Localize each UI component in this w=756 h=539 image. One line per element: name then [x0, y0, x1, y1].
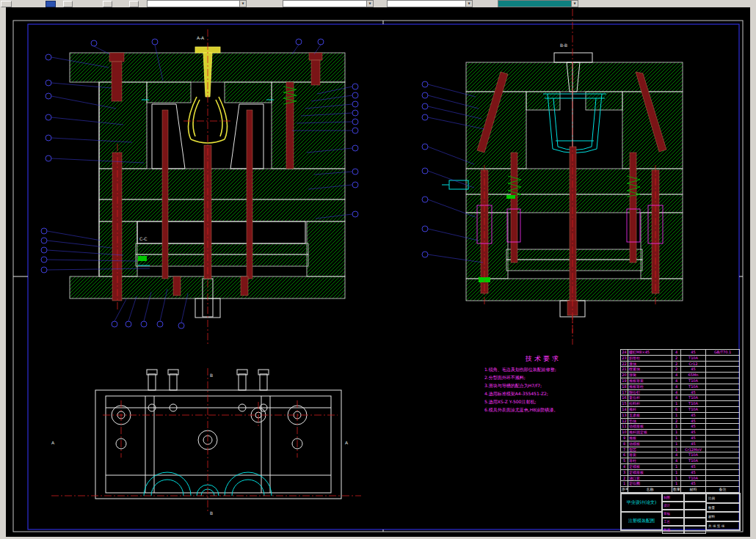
part-name: 推板导套 — [628, 378, 672, 384]
part-name: 滑块 — [628, 361, 672, 367]
part-qty: 1 — [672, 441, 681, 447]
app-icon[interactable] — [46, 1, 56, 7]
part-qty: 1 — [672, 430, 681, 436]
parts-list-row: 14 推杆 6 T10A — [621, 406, 740, 412]
part-no: 19 — [621, 378, 628, 384]
linetype-combo[interactable]: ▼ — [387, 0, 473, 7]
part-note — [706, 463, 740, 469]
sig-blank — [684, 494, 706, 502]
part-note — [706, 418, 740, 424]
part-no: 3 — [621, 469, 628, 475]
parts-list-row: 2 浇口套 1 T10A — [621, 475, 740, 481]
model-space[interactable]: A-A C-C — [6, 7, 750, 537]
section-label-a: A-A — [197, 35, 205, 40]
part-note — [706, 424, 740, 430]
parts-list-row: 12 垫块 2 45 — [621, 418, 740, 424]
part-material: T10A — [681, 355, 706, 361]
chevron-down-icon[interactable]: ▼ — [239, 1, 246, 7]
part-note — [706, 401, 740, 407]
part-qty: 4 — [672, 458, 681, 464]
part-name: 推杆固定板 — [628, 430, 672, 436]
tech-requirement-line: 3.滑块与导槽的配合为H7/f7; — [484, 381, 602, 389]
part-qty: 4 — [672, 389, 681, 395]
layers-combo[interactable]: ▼ — [147, 0, 247, 7]
part-note — [706, 430, 740, 436]
part-qty: 1 — [672, 424, 681, 430]
part-name: 螺钉M8×45 — [628, 350, 672, 356]
title-block: 毕业设计(论文) 注塑模装配图 制图 设计 审核 工艺 批准 比例 数量 材料 … — [620, 493, 741, 531]
part-note — [706, 355, 740, 361]
color-combo[interactable]: ▼ — [283, 0, 374, 7]
title-block-left: 毕业设计(论文) 注塑模装配图 — [621, 494, 662, 530]
part-no: 1 — [621, 481, 628, 487]
part-note — [706, 458, 740, 464]
header-note: 备注 — [706, 487, 740, 493]
part-name: 动模座板 — [628, 424, 672, 430]
part-note — [706, 367, 740, 373]
parts-list-table: 24 螺钉M8×45 4 45 GB/T70.1 23 斜导柱 2 T10A 2… — [620, 349, 740, 493]
part-qty: 2 — [672, 418, 681, 424]
qty-field: 数量 — [706, 503, 740, 513]
part-no: 10 — [621, 430, 628, 436]
part-note — [706, 389, 740, 395]
header-no: 序号 — [621, 487, 628, 493]
part-name: 定模座板 — [628, 469, 672, 475]
title-block-fields: 比例 数量 材料 共 张 第 张 — [706, 494, 740, 530]
part-no: 14 — [621, 406, 628, 412]
toolbar-button[interactable] — [63, 1, 73, 7]
part-qty: 1 — [672, 463, 681, 469]
part-qty: 1 — [672, 469, 681, 475]
toolbar-button[interactable] — [129, 1, 139, 7]
chevron-down-icon[interactable]: ▼ — [465, 1, 472, 7]
part-note — [706, 435, 740, 441]
part-note — [706, 384, 740, 389]
part-note — [706, 447, 740, 452]
lineweight-combo[interactable]: ▼ — [498, 0, 578, 7]
part-no: 2 — [621, 475, 628, 481]
part-no: 15 — [621, 401, 628, 407]
part-name: 斜导柱 — [628, 355, 672, 361]
chevron-down-icon[interactable]: ▼ — [366, 1, 373, 7]
part-material: 65Mn — [681, 373, 706, 378]
part-qty: 4 — [672, 373, 681, 378]
part-name: 定位圈 — [628, 481, 672, 487]
parts-list-header-row: 序号 名称 数量 材料 备注 — [621, 487, 740, 493]
part-material: 45 — [681, 412, 706, 418]
sheets-field: 共 张 第 张 — [706, 521, 740, 531]
part-name: 支承板 — [628, 412, 672, 418]
part-material: 45 — [681, 469, 706, 475]
part-name: 弹簧 — [628, 373, 672, 378]
part-no: 8 — [621, 441, 628, 447]
chevron-down-icon[interactable]: ▼ — [571, 1, 578, 7]
part-qty: 4 — [672, 452, 681, 458]
section-label-b: B-B — [560, 43, 567, 48]
part-material: T10A — [681, 475, 706, 481]
part-material: Cr12 — [681, 361, 706, 367]
section-arrow-b-top: B — [210, 373, 213, 378]
part-no: 12 — [621, 418, 628, 424]
part-qty: 2 — [672, 361, 681, 367]
toolbar-button[interactable] — [103, 1, 112, 7]
sig-blank — [684, 518, 706, 526]
part-note — [706, 441, 740, 447]
toolbar-button[interactable] — [1, 1, 12, 7]
parts-list-row: 15 拉料杆 1 T10A — [621, 401, 740, 407]
part-name: 复位杆 — [628, 395, 672, 401]
drawing-canvas[interactable]: A-A C-C — [0, 7, 756, 539]
header-qty: 数量 — [672, 487, 681, 493]
sig-label: 审核 — [662, 510, 684, 518]
part-note — [706, 475, 740, 481]
part-qty: 4 — [672, 350, 681, 356]
parts-list-row: 7 型芯 1 Cr12MoV — [621, 447, 740, 452]
tech-requirement-line: 2.分型面外环不溅料; — [484, 373, 602, 381]
part-material: 45 — [681, 463, 706, 469]
part-no: 4 — [621, 463, 628, 469]
project-name: 毕业设计(论文) — [621, 494, 662, 512]
part-material: 45 — [681, 430, 706, 436]
part-no: 5 — [621, 458, 628, 464]
parts-list-row: 8 动模板 1 45 — [621, 441, 740, 447]
part-name: 定模板 — [628, 463, 672, 469]
sig-label: 工艺 — [662, 518, 684, 526]
part-material: T10A — [681, 452, 706, 458]
parts-list-row: 20 弹簧 4 65Mn — [621, 373, 740, 378]
